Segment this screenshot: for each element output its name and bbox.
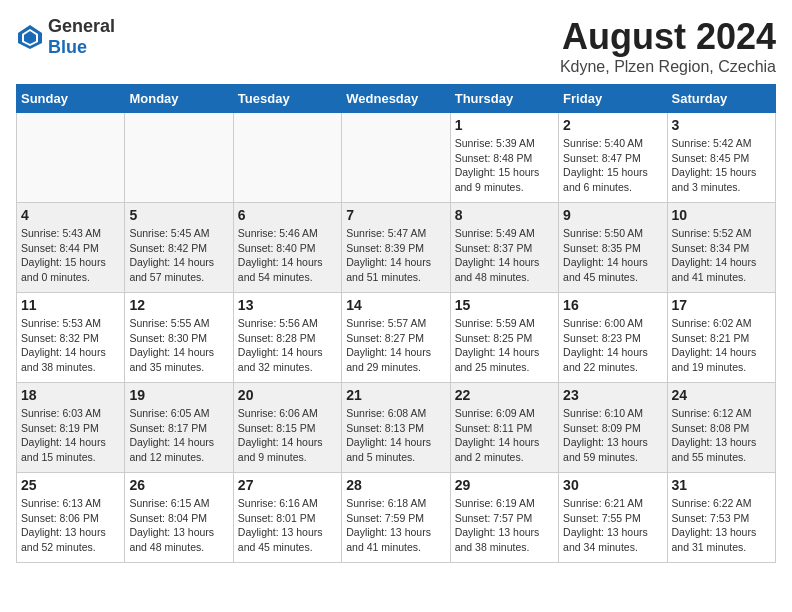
calendar-cell bbox=[342, 113, 450, 203]
day-number: 31 bbox=[672, 477, 771, 493]
header-row: SundayMondayTuesdayWednesdayThursdayFrid… bbox=[17, 85, 776, 113]
calendar-cell: 10Sunrise: 5:52 AM Sunset: 8:34 PM Dayli… bbox=[667, 203, 775, 293]
calendar-cell: 21Sunrise: 6:08 AM Sunset: 8:13 PM Dayli… bbox=[342, 383, 450, 473]
day-info: Sunrise: 6:19 AM Sunset: 7:57 PM Dayligh… bbox=[455, 496, 554, 555]
calendar-cell: 2Sunrise: 5:40 AM Sunset: 8:47 PM Daylig… bbox=[559, 113, 667, 203]
day-info: Sunrise: 6:13 AM Sunset: 8:06 PM Dayligh… bbox=[21, 496, 120, 555]
day-number: 3 bbox=[672, 117, 771, 133]
calendar-cell: 31Sunrise: 6:22 AM Sunset: 7:53 PM Dayli… bbox=[667, 473, 775, 563]
calendar-cell bbox=[17, 113, 125, 203]
day-header-friday: Friday bbox=[559, 85, 667, 113]
day-header-monday: Monday bbox=[125, 85, 233, 113]
day-number: 2 bbox=[563, 117, 662, 133]
day-number: 25 bbox=[21, 477, 120, 493]
day-number: 28 bbox=[346, 477, 445, 493]
day-number: 1 bbox=[455, 117, 554, 133]
logo-icon bbox=[16, 23, 44, 51]
day-info: Sunrise: 5:39 AM Sunset: 8:48 PM Dayligh… bbox=[455, 136, 554, 195]
title-area: August 2024 Kdyne, Plzen Region, Czechia bbox=[560, 16, 776, 76]
calendar-cell: 26Sunrise: 6:15 AM Sunset: 8:04 PM Dayli… bbox=[125, 473, 233, 563]
day-number: 6 bbox=[238, 207, 337, 223]
day-info: Sunrise: 6:03 AM Sunset: 8:19 PM Dayligh… bbox=[21, 406, 120, 465]
day-info: Sunrise: 6:00 AM Sunset: 8:23 PM Dayligh… bbox=[563, 316, 662, 375]
day-number: 20 bbox=[238, 387, 337, 403]
day-header-sunday: Sunday bbox=[17, 85, 125, 113]
day-number: 22 bbox=[455, 387, 554, 403]
day-number: 15 bbox=[455, 297, 554, 313]
day-number: 19 bbox=[129, 387, 228, 403]
day-number: 27 bbox=[238, 477, 337, 493]
day-number: 7 bbox=[346, 207, 445, 223]
day-number: 5 bbox=[129, 207, 228, 223]
week-row-1: 1Sunrise: 5:39 AM Sunset: 8:48 PM Daylig… bbox=[17, 113, 776, 203]
day-info: Sunrise: 5:42 AM Sunset: 8:45 PM Dayligh… bbox=[672, 136, 771, 195]
day-info: Sunrise: 6:12 AM Sunset: 8:08 PM Dayligh… bbox=[672, 406, 771, 465]
main-title: August 2024 bbox=[560, 16, 776, 58]
day-number: 17 bbox=[672, 297, 771, 313]
day-number: 18 bbox=[21, 387, 120, 403]
day-info: Sunrise: 5:55 AM Sunset: 8:30 PM Dayligh… bbox=[129, 316, 228, 375]
header: General Blue August 2024 Kdyne, Plzen Re… bbox=[16, 16, 776, 76]
calendar-cell: 12Sunrise: 5:55 AM Sunset: 8:30 PM Dayli… bbox=[125, 293, 233, 383]
day-info: Sunrise: 5:59 AM Sunset: 8:25 PM Dayligh… bbox=[455, 316, 554, 375]
day-number: 4 bbox=[21, 207, 120, 223]
day-number: 29 bbox=[455, 477, 554, 493]
calendar-cell: 27Sunrise: 6:16 AM Sunset: 8:01 PM Dayli… bbox=[233, 473, 341, 563]
calendar-cell: 14Sunrise: 5:57 AM Sunset: 8:27 PM Dayli… bbox=[342, 293, 450, 383]
day-info: Sunrise: 5:52 AM Sunset: 8:34 PM Dayligh… bbox=[672, 226, 771, 285]
day-info: Sunrise: 6:05 AM Sunset: 8:17 PM Dayligh… bbox=[129, 406, 228, 465]
calendar-cell: 3Sunrise: 5:42 AM Sunset: 8:45 PM Daylig… bbox=[667, 113, 775, 203]
day-info: Sunrise: 5:56 AM Sunset: 8:28 PM Dayligh… bbox=[238, 316, 337, 375]
day-header-saturday: Saturday bbox=[667, 85, 775, 113]
calendar-cell: 22Sunrise: 6:09 AM Sunset: 8:11 PM Dayli… bbox=[450, 383, 558, 473]
day-info: Sunrise: 6:02 AM Sunset: 8:21 PM Dayligh… bbox=[672, 316, 771, 375]
day-info: Sunrise: 6:06 AM Sunset: 8:15 PM Dayligh… bbox=[238, 406, 337, 465]
day-info: Sunrise: 6:15 AM Sunset: 8:04 PM Dayligh… bbox=[129, 496, 228, 555]
day-info: Sunrise: 6:08 AM Sunset: 8:13 PM Dayligh… bbox=[346, 406, 445, 465]
calendar-cell: 8Sunrise: 5:49 AM Sunset: 8:37 PM Daylig… bbox=[450, 203, 558, 293]
day-number: 30 bbox=[563, 477, 662, 493]
calendar-cell: 19Sunrise: 6:05 AM Sunset: 8:17 PM Dayli… bbox=[125, 383, 233, 473]
calendar-cell: 29Sunrise: 6:19 AM Sunset: 7:57 PM Dayli… bbox=[450, 473, 558, 563]
day-number: 8 bbox=[455, 207, 554, 223]
day-number: 23 bbox=[563, 387, 662, 403]
calendar-cell: 13Sunrise: 5:56 AM Sunset: 8:28 PM Dayli… bbox=[233, 293, 341, 383]
calendar-cell: 7Sunrise: 5:47 AM Sunset: 8:39 PM Daylig… bbox=[342, 203, 450, 293]
calendar-cell: 24Sunrise: 6:12 AM Sunset: 8:08 PM Dayli… bbox=[667, 383, 775, 473]
calendar-cell: 6Sunrise: 5:46 AM Sunset: 8:40 PM Daylig… bbox=[233, 203, 341, 293]
day-info: Sunrise: 5:57 AM Sunset: 8:27 PM Dayligh… bbox=[346, 316, 445, 375]
week-row-5: 25Sunrise: 6:13 AM Sunset: 8:06 PM Dayli… bbox=[17, 473, 776, 563]
day-info: Sunrise: 5:45 AM Sunset: 8:42 PM Dayligh… bbox=[129, 226, 228, 285]
calendar-cell: 23Sunrise: 6:10 AM Sunset: 8:09 PM Dayli… bbox=[559, 383, 667, 473]
calendar-cell: 20Sunrise: 6:06 AM Sunset: 8:15 PM Dayli… bbox=[233, 383, 341, 473]
day-number: 10 bbox=[672, 207, 771, 223]
day-number: 16 bbox=[563, 297, 662, 313]
logo: General Blue bbox=[16, 16, 115, 58]
day-number: 13 bbox=[238, 297, 337, 313]
calendar-cell: 15Sunrise: 5:59 AM Sunset: 8:25 PM Dayli… bbox=[450, 293, 558, 383]
day-info: Sunrise: 6:09 AM Sunset: 8:11 PM Dayligh… bbox=[455, 406, 554, 465]
day-number: 26 bbox=[129, 477, 228, 493]
day-info: Sunrise: 6:21 AM Sunset: 7:55 PM Dayligh… bbox=[563, 496, 662, 555]
week-row-3: 11Sunrise: 5:53 AM Sunset: 8:32 PM Dayli… bbox=[17, 293, 776, 383]
day-number: 24 bbox=[672, 387, 771, 403]
calendar-cell bbox=[233, 113, 341, 203]
calendar-cell: 16Sunrise: 6:00 AM Sunset: 8:23 PM Dayli… bbox=[559, 293, 667, 383]
day-info: Sunrise: 5:49 AM Sunset: 8:37 PM Dayligh… bbox=[455, 226, 554, 285]
calendar-cell bbox=[125, 113, 233, 203]
calendar-cell: 4Sunrise: 5:43 AM Sunset: 8:44 PM Daylig… bbox=[17, 203, 125, 293]
calendar-cell: 17Sunrise: 6:02 AM Sunset: 8:21 PM Dayli… bbox=[667, 293, 775, 383]
day-info: Sunrise: 5:40 AM Sunset: 8:47 PM Dayligh… bbox=[563, 136, 662, 195]
day-info: Sunrise: 5:46 AM Sunset: 8:40 PM Dayligh… bbox=[238, 226, 337, 285]
calendar-cell: 9Sunrise: 5:50 AM Sunset: 8:35 PM Daylig… bbox=[559, 203, 667, 293]
day-number: 11 bbox=[21, 297, 120, 313]
day-info: Sunrise: 5:47 AM Sunset: 8:39 PM Dayligh… bbox=[346, 226, 445, 285]
day-header-tuesday: Tuesday bbox=[233, 85, 341, 113]
day-number: 14 bbox=[346, 297, 445, 313]
calendar-cell: 5Sunrise: 5:45 AM Sunset: 8:42 PM Daylig… bbox=[125, 203, 233, 293]
logo-blue: Blue bbox=[48, 37, 87, 57]
day-info: Sunrise: 6:18 AM Sunset: 7:59 PM Dayligh… bbox=[346, 496, 445, 555]
day-info: Sunrise: 5:50 AM Sunset: 8:35 PM Dayligh… bbox=[563, 226, 662, 285]
day-header-thursday: Thursday bbox=[450, 85, 558, 113]
week-row-2: 4Sunrise: 5:43 AM Sunset: 8:44 PM Daylig… bbox=[17, 203, 776, 293]
